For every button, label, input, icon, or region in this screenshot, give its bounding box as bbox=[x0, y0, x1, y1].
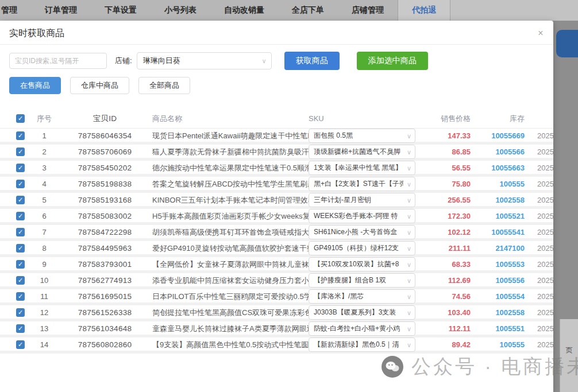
chevron-down-icon: ∨ bbox=[262, 58, 267, 64]
row-sku-select[interactable]: 三年计划-星月密钥∨ bbox=[309, 193, 415, 207]
chevron-down-icon: ∨ bbox=[407, 165, 411, 172]
table-row: ✓12787561526338简创提拉笔中性笔黑高颜值CS双珠可爱果冻彩色少..… bbox=[0, 305, 553, 321]
tab-2[interactable]: 全部商品 bbox=[138, 77, 190, 94]
row-checkbox[interactable]: ✓ bbox=[16, 292, 25, 301]
row-stock: 1002558 bbox=[475, 308, 529, 317]
background-blue-button-fragment bbox=[556, 30, 578, 57]
row-product-name: 答案之笔旋转解压ABCD按动中性笔学生黑笔刷题0.... bbox=[152, 179, 309, 189]
chevron-down-icon: ∨ bbox=[407, 310, 411, 316]
row-date: 2025 bbox=[529, 276, 553, 285]
row-price: 68.33 bbox=[423, 260, 475, 269]
nav-item-4[interactable]: 自动改销量 bbox=[210, 0, 278, 21]
row-sku-value: 【护膝瘦腿】组合B 1双 bbox=[314, 275, 386, 285]
toolbar: 店铺: 琳琳向日葵 ∨ 获取商品 添加选中商品 bbox=[0, 45, 553, 70]
nav-item-5[interactable]: 全店下单 bbox=[278, 0, 338, 21]
row-stock: 100555 bbox=[475, 340, 529, 349]
row-sku-select[interactable]: 【新款清新绿】黑色0.5｜清∨ bbox=[309, 337, 415, 352]
close-icon[interactable]: × bbox=[535, 28, 546, 39]
chevron-down-icon: ∨ bbox=[407, 278, 411, 284]
row-sku-select[interactable]: 1支装【幸运果中性笔 黑笔】∨ bbox=[309, 161, 415, 175]
row-sku-value: 三年计划-星月密钥 bbox=[314, 195, 371, 205]
row-sku-value: GP49105（科技）绿杆12支 bbox=[314, 243, 399, 253]
row-checkbox[interactable]: ✓ bbox=[16, 212, 25, 220]
row-checkbox[interactable]: ✓ bbox=[16, 244, 25, 253]
tab-0[interactable]: 在售商品 bbox=[9, 77, 61, 94]
row-stock: 1005551 bbox=[475, 324, 529, 333]
tab-1[interactable]: 仓库中商品 bbox=[70, 77, 129, 94]
row-date: 2025 bbox=[529, 244, 553, 253]
row-sku-select[interactable]: 【护膝瘦腿】组合B 1双∨ bbox=[309, 273, 415, 288]
row-sku-value: 【库洛米】/黑芯 bbox=[314, 292, 364, 301]
nav-item-0[interactable]: 管理 bbox=[0, 0, 31, 21]
row-sku-select[interactable]: GP49105（科技）绿杆12支∨ bbox=[309, 241, 415, 255]
row-sku-select[interactable]: SH61Nice小熊 -大号首饰盒∨ bbox=[309, 225, 415, 239]
row-product-name: H5手账本高颜值彩页油画彩页手帐少女weeks复古... bbox=[152, 211, 309, 222]
row-sku-select[interactable]: 面包熊 0.5黑∨ bbox=[309, 129, 415, 143]
product-id-search-input[interactable] bbox=[9, 53, 107, 69]
shop-select[interactable]: 琳琳向日葵 ∨ bbox=[137, 52, 272, 69]
table-row: ✓14787560802860【9支装】高颜值黑色中性笔0.5按动式中性笔圆珠.… bbox=[0, 337, 553, 354]
fetch-products-button[interactable]: 获取商品 bbox=[284, 52, 340, 70]
table-header-row: ✓ 序号 宝贝ID 商品名称 SKU 销售价格 库存 bbox=[0, 109, 553, 129]
row-sku-value: 【买10双发10双装】抗菌+8 bbox=[314, 259, 399, 269]
row-date: 2025 bbox=[529, 212, 553, 220]
row-seq: 6 bbox=[31, 212, 57, 220]
table-row: ✓11787561695015日本PILOT百乐中性笔三丽鸥限定可爱按动0.5学… bbox=[0, 289, 553, 305]
row-seq: 14 bbox=[31, 340, 57, 349]
row-product-name: 【全网低价】女童袜子夏薄款网眼中筒袜儿童袜女... bbox=[152, 259, 309, 270]
row-seq: 8 bbox=[31, 244, 57, 253]
row-sku-select[interactable]: 顶级新疆棉+抗菌透气不臭脚∨ bbox=[309, 145, 415, 159]
row-sku-select[interactable]: J0303B【暖夏系列】3支装∨ bbox=[309, 305, 415, 320]
row-price: 75.80 bbox=[423, 180, 475, 188]
row-checkbox[interactable]: ✓ bbox=[16, 228, 25, 236]
chevron-down-icon: ∨ bbox=[407, 294, 411, 300]
row-checkbox[interactable]: ✓ bbox=[16, 196, 25, 204]
row-sku-select[interactable]: 防蚊-白考拉+白小猫+黄小鸡∨ bbox=[309, 321, 415, 336]
row-product-name: 德尔施按动中性笔幸运果限定中性笔速干0.5顺滑学... bbox=[152, 163, 309, 173]
chevron-down-icon: ∨ bbox=[407, 197, 411, 204]
row-seq: 1 bbox=[31, 131, 57, 140]
row-checkbox[interactable]: ✓ bbox=[16, 276, 25, 285]
row-checkbox[interactable]: ✓ bbox=[16, 260, 25, 269]
select-all-checkbox[interactable]: ✓ bbox=[16, 114, 25, 123]
row-stock: 10055541 bbox=[475, 228, 529, 236]
row-sku-select[interactable]: 【库洛米】/黑芯∨ bbox=[309, 289, 415, 304]
row-checkbox[interactable]: ✓ bbox=[16, 148, 25, 156]
row-sku-select[interactable]: WEEKS彩色手账本-阿狸 特∨ bbox=[309, 209, 415, 223]
row-price: 256.55 bbox=[423, 196, 475, 204]
nav-item-2[interactable]: 下单设置 bbox=[91, 0, 151, 21]
row-sku-select[interactable]: 【买10双发10双装】抗菌+8∨ bbox=[309, 257, 415, 271]
row-product-name: 现货日本Pentel派通Kawaii萌趣限定速干中性笔BL... bbox=[152, 131, 309, 141]
row-checkbox[interactable]: ✓ bbox=[16, 308, 25, 317]
row-product-name: 【9支装】高颜值黑色中性笔0.5按动式中性笔圆珠... bbox=[152, 340, 309, 350]
shop-label: 店铺: bbox=[115, 56, 132, 66]
row-sku-value: 【新款清新绿】黑色0.5｜清 bbox=[314, 340, 399, 350]
row-product-name: 猫人夏季薄款无骨袜子新疆棉中筒抗菌防臭吸汗白... bbox=[152, 147, 309, 157]
row-price: 74.56 bbox=[423, 292, 475, 301]
navbar-filler bbox=[450, 0, 578, 21]
row-checkbox[interactable]: ✓ bbox=[16, 324, 25, 333]
table-row: ✓9787583793001【全网低价】女童袜子夏薄款网眼中筒袜儿童袜女...【… bbox=[0, 257, 553, 273]
row-seq: 5 bbox=[31, 196, 57, 204]
row-sku-select[interactable]: 黑+白【2支装】ST速干【子弹∨ bbox=[309, 177, 415, 191]
row-product-id: 787583793001 bbox=[57, 260, 152, 269]
row-date: 2025 bbox=[529, 148, 553, 156]
nav-item-1[interactable]: 订单管理 bbox=[31, 0, 91, 21]
row-product-name: 爱好GP4910灵旋转按动笔高颜值软胶护套速干整... bbox=[152, 243, 309, 254]
nav-item-7[interactable]: 代拍退 bbox=[398, 0, 450, 21]
pagination-label: 页 bbox=[560, 346, 578, 355]
row-checkbox[interactable]: ✓ bbox=[16, 131, 25, 140]
row-product-id: 787585083002 bbox=[57, 212, 152, 220]
background-pagination-fragment: 页 bbox=[560, 319, 578, 392]
row-checkbox[interactable]: ✓ bbox=[16, 340, 25, 349]
row-stock: 1005556 bbox=[475, 276, 529, 285]
nav-item-6[interactable]: 店铺管理 bbox=[338, 0, 398, 21]
row-sku-value: 1支装【幸运果中性笔 黑笔】 bbox=[314, 163, 402, 173]
row-sku-value: J0303B【暖夏系列】3支装 bbox=[314, 308, 396, 317]
row-price: 211.11 bbox=[423, 244, 475, 253]
add-selected-button[interactable]: 添加选中商品 bbox=[357, 52, 428, 70]
row-seq: 7 bbox=[31, 228, 57, 236]
nav-item-3[interactable]: 小号列表 bbox=[151, 0, 210, 21]
row-checkbox[interactable]: ✓ bbox=[16, 164, 25, 172]
row-checkbox[interactable]: ✓ bbox=[16, 180, 25, 188]
